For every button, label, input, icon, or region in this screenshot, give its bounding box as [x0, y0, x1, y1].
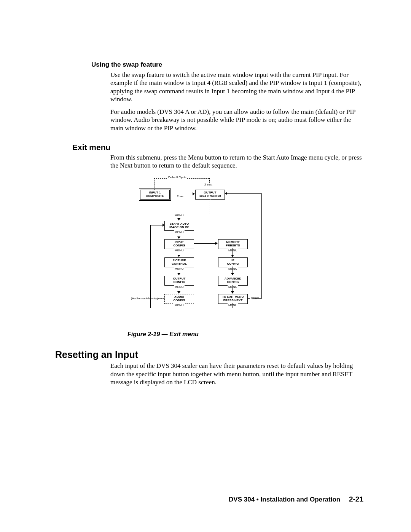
node-start-auto-l2: IMAGE ON IN1	[169, 225, 190, 229]
page-content: Using the swap feature Use the swap feat…	[48, 44, 363, 386]
node-start-auto-l1: START AUTO	[170, 222, 189, 225]
node-output: OUTPUT 1024 x 768@60	[195, 190, 225, 200]
footer-page-number: 2-21	[349, 495, 363, 503]
node-picture-control-l1: PICTURE	[172, 259, 186, 262]
footer-title: DVS 304 • Installation and Operation	[229, 496, 340, 503]
label-2sec-mid: 2 sec.	[176, 195, 186, 198]
node-input-config-l1: INPUT	[175, 240, 184, 244]
node-start-auto: START AUTO IMAGE ON IN1	[164, 221, 194, 231]
node-memory-presets-l2: PRESETS	[226, 244, 240, 247]
node-exit-menu: TO EXIT MENU PRESS NEXT	[218, 294, 248, 304]
exit-menu-diagram: Default Cycle 2 sec. INPUT 1 COMPOSITE 2…	[127, 173, 325, 329]
swap-paragraph-2: For audio models (DVS 304 A or AD), you …	[110, 108, 363, 132]
node-output-config: OUTPUT CONFIG	[164, 276, 194, 286]
swap-paragraph-1: Use the swap feature to switch the activ…	[110, 71, 363, 103]
figure-caption: Figure 2-19 — Exit menu	[127, 331, 363, 338]
node-input1-l1: INPUT 1	[149, 191, 161, 194]
node-picture-control: PICTURE CONTROL	[164, 257, 194, 267]
node-ip-config-l1: IP	[231, 259, 234, 262]
node-ip-config-l2: CONFIG	[227, 262, 239, 265]
node-exit-menu-l2: PRESS NEXT	[223, 299, 243, 302]
node-memory-presets: MEMORY PRESETS	[218, 239, 248, 249]
node-output-config-l1: OUTPUT	[173, 277, 186, 280]
node-exit-menu-l1: TO EXIT MENU	[222, 295, 244, 299]
heading-exit-menu: Exit menu	[72, 143, 363, 152]
label-audio-models-only: (Audio models only)	[130, 297, 159, 300]
page-footer: DVS 304 • Installation and Operation 2-2…	[48, 495, 363, 503]
node-advanced-config-l1: ADVANCED	[225, 277, 242, 280]
node-audio-config-l1: AUDIO	[174, 295, 184, 299]
node-picture-control-l2: CONTROL	[172, 262, 187, 265]
node-input-config-l2: CONFIG	[173, 244, 185, 247]
label-2sec-top: 2 sec.	[204, 183, 213, 186]
node-input-config: INPUT CONFIG	[164, 239, 194, 249]
node-ip-config: IP CONFIG	[218, 257, 248, 267]
node-audio-config: AUDIO CONFIG	[164, 294, 194, 304]
heading-swap: Using the swap feature	[91, 61, 363, 69]
exit-paragraph-1: From this submenu, press the Menu button…	[110, 153, 363, 170]
reset-paragraph-1: Each input of the DVS 304 scaler can hav…	[110, 362, 363, 386]
node-input1-l2: COMPOSITE	[146, 194, 164, 198]
label-default-cycle: Default Cycle	[167, 176, 187, 179]
node-memory-presets-l1: MEMORY	[226, 240, 240, 244]
node-output-l2: 1024 x 768@60	[199, 194, 221, 198]
heading-resetting-input: Resetting an Input	[55, 349, 363, 360]
node-input1: INPUT 1 COMPOSITE	[140, 190, 170, 200]
node-advanced-config-l2: CONFIG	[227, 280, 239, 284]
node-output-l1: OUTPUT	[204, 191, 217, 194]
node-advanced-config: ADVANCED CONFIG	[218, 276, 248, 286]
node-output-config-l2: CONFIG	[173, 280, 185, 284]
node-audio-config-l2: CONFIG	[173, 299, 185, 302]
